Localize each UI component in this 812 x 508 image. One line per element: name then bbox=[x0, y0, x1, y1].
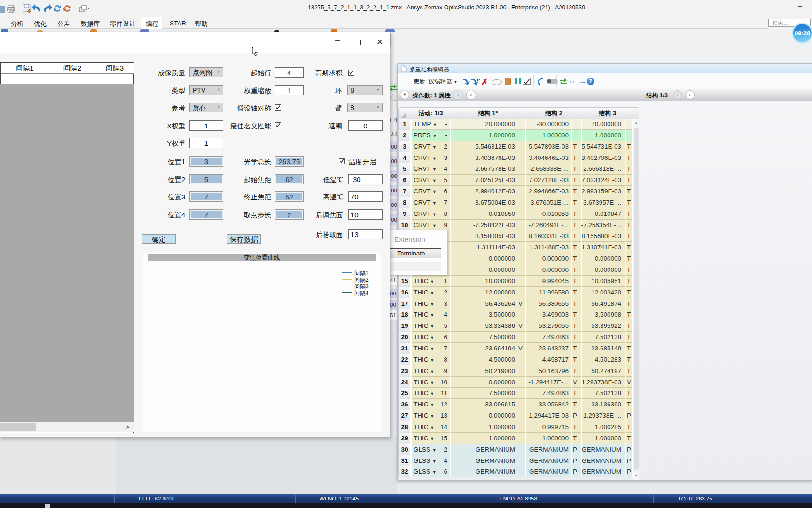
svg-text:P: P bbox=[477, 78, 480, 82]
